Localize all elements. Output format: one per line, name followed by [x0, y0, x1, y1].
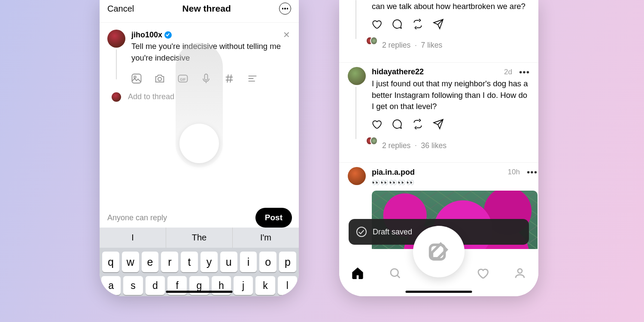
nav-search[interactable]: [389, 267, 401, 281]
key[interactable]: q: [102, 252, 119, 272]
post-actions: [371, 18, 530, 31]
post-text: can we talk about how heartbroken we are…: [372, 1, 530, 12]
nav-profile[interactable]: [513, 267, 526, 281]
composer-title: New thread: [182, 3, 231, 14]
feed-screen: can we talk about how heartbroken we are…: [339, 0, 538, 296]
key[interactable]: k: [255, 276, 275, 295]
pull-indicator: [176, 43, 223, 167]
svg-point-6: [391, 269, 398, 276]
post-username[interactable]: hidayathere22: [372, 67, 424, 76]
repliers-avatars[interactable]: [366, 36, 378, 55]
feed-scroll[interactable]: can we talk about how heartbroken we are…: [339, 0, 538, 249]
repost-icon[interactable]: [412, 118, 423, 131]
share-icon[interactable]: [433, 118, 444, 131]
check-circle-icon: [356, 227, 367, 237]
like-icon[interactable]: [371, 118, 382, 131]
svg-point-2: [158, 77, 161, 81]
more-options-button[interactable]: [279, 3, 291, 15]
post-more-button[interactable]: •••: [515, 67, 530, 77]
reply-icon[interactable]: [392, 118, 403, 131]
suggestion[interactable]: I: [100, 228, 166, 248]
add-to-thread-label: Add to thread: [128, 92, 174, 101]
suggestion[interactable]: The: [166, 228, 233, 248]
key[interactable]: y: [200, 252, 218, 272]
poll-icon[interactable]: [246, 73, 258, 86]
thread-connector: [116, 49, 117, 79]
key-row: qwertyuiop: [100, 248, 299, 272]
key[interactable]: p: [279, 252, 296, 272]
toast-label: Draft saved: [373, 228, 412, 237]
svg-rect-0: [132, 74, 141, 83]
post-text: I just found out that my neighbor's dog …: [372, 78, 530, 112]
like-count[interactable]: 7 likes: [421, 41, 443, 50]
key[interactable]: d: [146, 276, 165, 295]
key[interactable]: r: [161, 252, 178, 272]
key[interactable]: u: [220, 252, 237, 272]
key[interactable]: t: [181, 252, 198, 272]
nav-activity[interactable]: [476, 267, 489, 281]
nav-home[interactable]: [351, 267, 364, 281]
reply-count[interactable]: 2 replies: [382, 41, 410, 50]
camera-icon[interactable]: [154, 73, 166, 86]
key[interactable]: i: [240, 252, 257, 272]
feed-post: can we talk about how heartbroken we are…: [339, 0, 538, 60]
post-username[interactable]: pia.in.a.pod: [372, 168, 415, 177]
clear-draft-button[interactable]: ✕: [283, 30, 291, 40]
reply-scope-button[interactable]: Anyone can reply: [107, 213, 167, 222]
key[interactable]: j: [234, 276, 253, 295]
like-count[interactable]: 36 likes: [421, 141, 447, 150]
key[interactable]: a: [101, 276, 121, 295]
gallery-icon[interactable]: [131, 73, 143, 86]
post-actions: [371, 118, 530, 131]
post-time: 10h: [508, 168, 520, 176]
home-indicator[interactable]: [406, 291, 472, 293]
composer-footer: Anyone can reply Post: [100, 208, 299, 228]
thread-connector: [355, 87, 356, 139]
post-text: 👀👀👀👀👀: [372, 179, 538, 186]
reply-icon[interactable]: [392, 18, 403, 31]
verified-badge-icon: [164, 31, 172, 39]
reply-count[interactable]: 2 replies: [382, 141, 410, 150]
key[interactable]: l: [278, 276, 297, 295]
composer-username[interactable]: jiho100x: [131, 30, 162, 39]
key[interactable]: e: [142, 252, 159, 272]
user-avatar[interactable]: [107, 30, 125, 48]
key[interactable]: o: [259, 252, 276, 272]
like-icon[interactable]: [371, 18, 382, 31]
hashtag-icon[interactable]: [223, 73, 235, 86]
post-more-button[interactable]: •••: [522, 167, 538, 177]
key[interactable]: w: [122, 252, 139, 272]
key[interactable]: s: [123, 276, 143, 295]
composer-screen: Cancel New thread jiho100x ✕ Tell me you…: [100, 0, 299, 296]
share-icon[interactable]: [433, 18, 444, 31]
thread-connector: [355, 0, 356, 39]
post-time: 2d: [504, 68, 512, 76]
keyboard[interactable]: I The I'm qwertyuiop asdfghjkl: [100, 228, 299, 296]
repliers-avatars[interactable]: [366, 137, 378, 155]
post-avatar[interactable]: [348, 167, 366, 185]
post-avatar[interactable]: [348, 67, 366, 85]
svg-point-7: [518, 269, 522, 273]
suggestion[interactable]: I'm: [233, 228, 299, 248]
compose-button[interactable]: [413, 226, 465, 277]
repost-icon[interactable]: [412, 18, 423, 31]
home-indicator[interactable]: [166, 291, 233, 293]
svg-point-1: [134, 76, 136, 78]
cancel-button[interactable]: Cancel: [107, 4, 134, 14]
keyboard-suggestions: I The I'm: [100, 228, 299, 248]
feed-post: hidayathere22 2d ••• I just found out th…: [339, 63, 538, 160]
user-avatar-small: [112, 92, 121, 102]
post-button[interactable]: Post: [255, 208, 292, 228]
composer-header: Cancel New thread: [100, 0, 299, 23]
